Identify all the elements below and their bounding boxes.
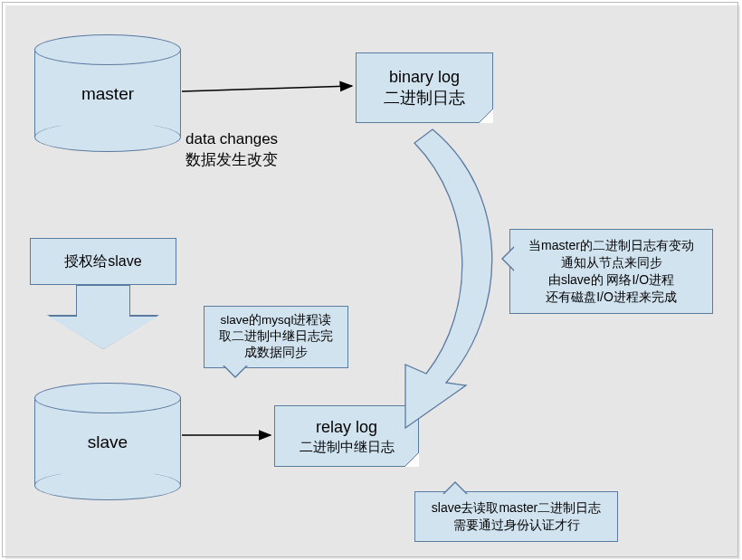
data-changes-label: data changes 数据发生改变 <box>186 129 278 171</box>
master-db-label: master <box>34 84 181 104</box>
callout-sync: 当master的二进制日志有变动 通知从节点来同步 由slave的 网络I/O进… <box>509 229 713 314</box>
relay-log-note: relay log 二进制中继日志 <box>274 405 419 467</box>
relay-log-line1: relay log <box>316 417 377 438</box>
diagram-frame: master slave 授权给slave binary log 二进制日志 r… <box>2 2 738 557</box>
binary-log-line2: 二进制日志 <box>384 88 465 109</box>
relay-log-line2: 二进制中继日志 <box>300 438 395 456</box>
data-changes-line2: 数据发生改变 <box>186 150 278 171</box>
master-db: master <box>34 34 181 152</box>
binary-log-note: binary log 二进制日志 <box>356 52 493 123</box>
authorize-label: 授权给slave <box>64 252 141 271</box>
authorize-arrow <box>49 285 157 349</box>
data-changes-line1: data changes <box>186 129 278 150</box>
slave-db: slave <box>34 383 181 500</box>
callout-auth: slave去读取master二进制日志 需要通过身份认证才行 <box>414 491 618 542</box>
slave-db-label: slave <box>34 432 181 452</box>
authorize-box: 授权给slave <box>30 238 176 285</box>
svg-line-0 <box>182 86 352 91</box>
binary-log-line1: binary log <box>389 67 460 88</box>
callout-mysql: slave的mysql进程读 取二进制中继日志完 成数据同步 <box>204 306 348 368</box>
